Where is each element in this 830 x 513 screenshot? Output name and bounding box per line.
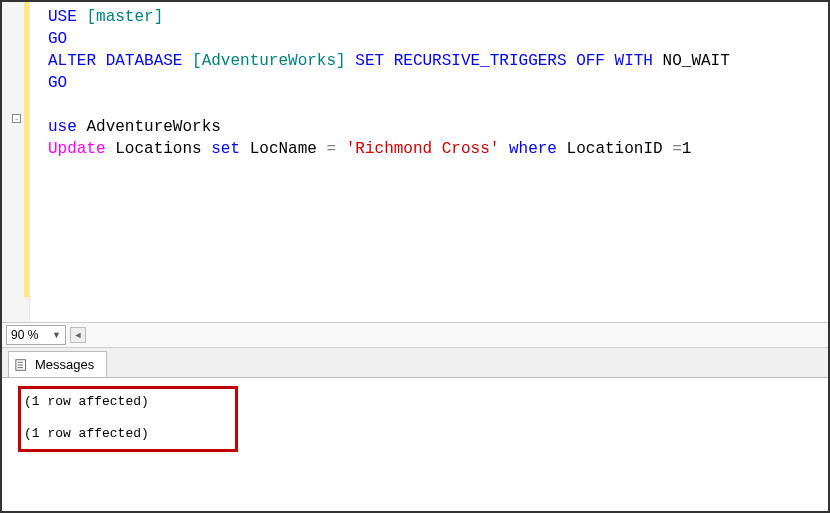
- editor-status-bar: 90 % ▼ ◄: [2, 322, 828, 348]
- sql-editor[interactable]: - USE [master] GO ALTER DATABASE [Advent…: [2, 2, 828, 322]
- kw-nowait: NO_WAIT: [663, 52, 730, 70]
- kw-go: GO: [48, 74, 67, 92]
- triangle-left-icon: ◄: [74, 330, 83, 340]
- ident-locid: LocationID: [567, 140, 663, 158]
- kw-recursive-triggers: RECURSIVE_TRIGGERS: [394, 52, 567, 70]
- editor-gutter: -: [2, 2, 30, 322]
- kw-update: Update: [48, 140, 106, 158]
- messages-icon: [15, 358, 29, 372]
- op-eq: =: [327, 140, 337, 158]
- op-eq2: =: [672, 140, 682, 158]
- kw-set: SET: [355, 52, 384, 70]
- lit-one: 1: [682, 140, 692, 158]
- ident-db2: AdventureWorks: [86, 118, 220, 136]
- chevron-down-icon: ▼: [52, 330, 61, 340]
- ident-master: [master]: [86, 8, 163, 26]
- ident-db: [AdventureWorks]: [192, 52, 346, 70]
- tab-messages-label: Messages: [35, 357, 94, 372]
- message-line: (1 row affected): [24, 392, 820, 412]
- change-indicator-bar: [24, 2, 29, 297]
- messages-pane[interactable]: (1 row affected) (1 row affected): [2, 378, 828, 511]
- kw-use: use: [48, 118, 77, 136]
- kw-where: where: [509, 140, 557, 158]
- fold-toggle[interactable]: -: [12, 114, 21, 123]
- kw-database: DATABASE: [106, 52, 183, 70]
- kw-alter: ALTER: [48, 52, 96, 70]
- ssms-query-window: - USE [master] GO ALTER DATABASE [Advent…: [0, 0, 830, 513]
- scroll-left-button[interactable]: ◄: [70, 327, 86, 343]
- kw-with: WITH: [615, 52, 653, 70]
- ident-col: LocName: [250, 140, 317, 158]
- zoom-value: 90 %: [11, 328, 38, 342]
- zoom-dropdown[interactable]: 90 % ▼: [6, 325, 66, 345]
- code-content[interactable]: USE [master] GO ALTER DATABASE [Adventur…: [30, 2, 828, 322]
- kw-go: GO: [48, 30, 67, 48]
- messages-output: (1 row affected) (1 row affected): [10, 392, 820, 444]
- results-tabs: Messages: [2, 348, 828, 378]
- tab-messages[interactable]: Messages: [8, 351, 107, 377]
- str-literal: 'Richmond Cross': [346, 140, 500, 158]
- ident-table: Locations: [115, 140, 201, 158]
- message-line: (1 row affected): [24, 424, 820, 444]
- kw-use: USE: [48, 8, 77, 26]
- kw-set: set: [211, 140, 240, 158]
- kw-off: OFF: [576, 52, 605, 70]
